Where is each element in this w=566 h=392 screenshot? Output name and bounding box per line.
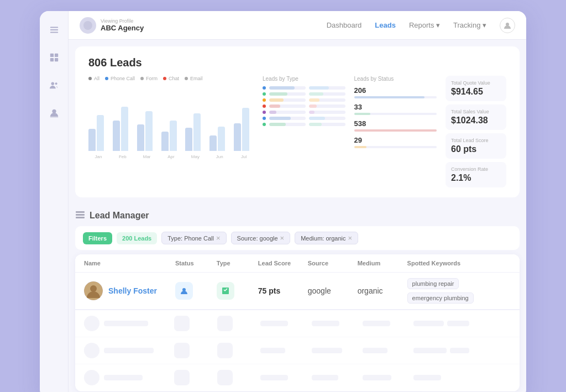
filter-bar: Filters 200 Leads Type: Phone Call × Sou… <box>75 226 520 250</box>
nav-links: Dashboard Leads Reports ▾ Tracking ▾ <box>327 21 486 29</box>
type-row-6 <box>263 123 345 126</box>
leads-by-status-chart: Leads by Status 206 33 538 <box>354 76 437 187</box>
main-content: Viewing Profile ABC Agency Dashboard Lea… <box>69 11 526 392</box>
bar-group-5 <box>209 127 229 151</box>
bar-group-6 <box>234 108 254 151</box>
kpi-sales-value: Total Sales Value $1024.38 <box>446 104 506 130</box>
status-row-2: 538 <box>354 119 437 132</box>
svg-point-7 <box>51 82 54 85</box>
leads-by-type-chart: Leads by Type <box>263 76 345 187</box>
filter-tag-source: Source: google × <box>231 232 291 244</box>
top-nav: Viewing Profile ABC Agency Dashboard Lea… <box>69 11 526 40</box>
nav-brand: Viewing Profile ABC Agency <box>80 17 144 34</box>
brand-subtitle: Viewing Profile <box>101 18 144 24</box>
content-area: 806 Leads All Phone Call <box>69 40 526 392</box>
th-score: Lead Score <box>258 260 308 266</box>
lead-manager-icon <box>75 211 85 221</box>
svg-point-17 <box>90 285 97 292</box>
nav-user-icon[interactable] <box>500 18 515 33</box>
leads-table: Name Status Type Lead Score Source Mediu… <box>75 254 520 391</box>
keyword-tag-1: emergency plumbing <box>407 292 474 304</box>
brand-info: Viewing Profile ABC Agency <box>101 18 144 32</box>
legend-email: Email <box>185 76 203 81</box>
nav-link-leads[interactable]: Leads <box>375 21 396 29</box>
stats-section: 806 Leads All Phone Call <box>75 46 520 197</box>
legend-all: All <box>88 76 99 81</box>
status-row-0: 206 <box>354 86 437 98</box>
filters-button[interactable]: Filters <box>83 232 112 244</box>
type-row-5 <box>263 117 345 120</box>
th-keywords: Spotted Keywords <box>407 260 511 266</box>
th-type: Type <box>217 260 258 266</box>
filter-tag-type: Type: Phone Call × <box>161 232 226 244</box>
svg-rect-2 <box>50 32 57 33</box>
svg-rect-0 <box>50 27 57 28</box>
filter-tag-medium: Medium: organic × <box>295 232 358 244</box>
brand-name: ABC Agency <box>101 24 144 32</box>
sidebar-item-dashboard[interactable] <box>45 49 63 66</box>
keyword-tag-0: plumbing repair <box>407 278 459 289</box>
chart-x-labels: Jan Feb Mar Apr May Jun Jul <box>88 154 254 159</box>
sidebar-item-user[interactable] <box>45 104 63 122</box>
bar-group-3 <box>161 121 181 151</box>
kpi-quote-value: Total Quote Value $914.65 <box>446 76 506 101</box>
svg-point-11 <box>83 21 92 30</box>
svg-rect-3 <box>50 54 53 57</box>
svg-rect-6 <box>54 58 57 61</box>
filter-count: 200 Leads <box>117 232 157 244</box>
kpi-conversion-rate: Conversion Rate 2.1% <box>446 162 506 187</box>
type-row-4 <box>263 111 345 114</box>
svg-rect-1 <box>50 29 57 30</box>
lead-manager-section: Lead Manager Filters 200 Leads Type: Pho… <box>75 204 520 391</box>
th-name: Name <box>84 260 175 266</box>
filter-tag-medium-remove[interactable]: × <box>348 234 353 242</box>
status-row-1: 33 <box>354 103 437 115</box>
svg-rect-14 <box>76 214 85 216</box>
medium-cell: organic <box>358 286 407 296</box>
page-title: 806 Leads <box>88 56 506 69</box>
leads-by-type-title: Leads by Type <box>263 76 345 82</box>
status-row-3: 29 <box>354 136 437 148</box>
filter-tag-type-remove[interactable]: × <box>216 234 221 242</box>
filter-tag-source-remove[interactable]: × <box>280 234 285 242</box>
sidebar <box>40 11 69 392</box>
table-row <box>75 337 520 364</box>
lead-manager-title: Lead Manager <box>90 211 149 221</box>
type-row-1 <box>263 92 345 96</box>
status-icon <box>175 282 193 300</box>
type-row-0 <box>263 86 345 90</box>
table-row <box>75 310 520 337</box>
keywords-cell: plumbing repair emergency plumbing <box>407 278 511 304</box>
bar-group-2 <box>137 111 157 151</box>
sidebar-item-team[interactable] <box>45 76 63 94</box>
source-cell: google <box>308 286 358 296</box>
avatar <box>84 281 103 300</box>
type-row-2 <box>263 98 345 102</box>
nav-link-dashboard[interactable]: Dashboard <box>327 21 362 29</box>
keyword-tags: plumbing repair emergency plumbing <box>407 278 511 304</box>
th-source: Source <box>308 260 358 266</box>
status-cell <box>175 282 217 300</box>
legend-phone: Phone Call <box>105 76 135 81</box>
type-row-3 <box>263 104 345 108</box>
table-row-featured[interactable]: Shelly Foster <box>75 273 520 310</box>
nav-link-reports[interactable]: Reports ▾ <box>409 21 440 29</box>
type-icon <box>217 282 234 300</box>
brand-avatar <box>80 17 96 34</box>
lead-manager-header: Lead Manager <box>75 204 520 226</box>
person-name: Shelly Foster <box>84 281 175 300</box>
sidebar-icon-menu[interactable] <box>45 21 63 39</box>
chart-legend: All Phone Call Form <box>88 76 254 81</box>
bar-group-4 <box>185 113 205 151</box>
nav-link-tracking[interactable]: Tracking ▾ <box>453 21 486 29</box>
svg-rect-13 <box>76 211 85 213</box>
th-medium: Medium <box>358 260 407 266</box>
svg-point-8 <box>55 82 57 85</box>
bar-group-0 <box>88 115 108 151</box>
leads-by-status-title: Leads by Status <box>354 76 437 82</box>
kpi-col: Total Quote Value $914.65 Total Sales Va… <box>446 76 506 187</box>
legend-chat: Chat <box>163 76 179 81</box>
bar-group-1 <box>113 107 133 151</box>
table-header: Name Status Type Lead Score Source Mediu… <box>75 254 520 273</box>
score-cell: 75 pts <box>258 286 308 296</box>
